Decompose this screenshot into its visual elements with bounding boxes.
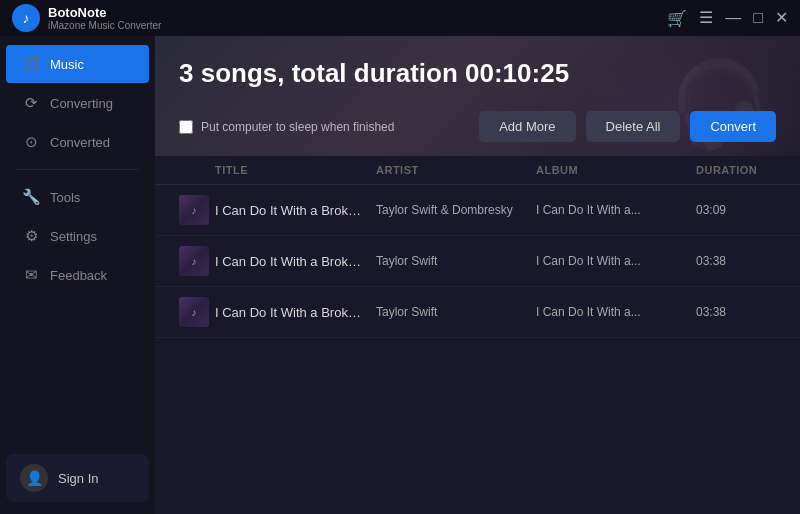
app-branding: ♪ BotoNote iMazone Music Converter (12, 4, 161, 32)
col-duration: DURATION (696, 164, 776, 176)
converted-icon: ⊙ (22, 133, 40, 151)
track-thumbnail: ♪ (179, 246, 209, 276)
col-thumb (179, 164, 215, 176)
controls-bar: Put computer to sleep when finished Add … (155, 101, 800, 156)
feedback-icon: ✉ (22, 266, 40, 284)
songs-summary: 3 songs, total duration 00:10:25 (179, 58, 776, 89)
track-duration: 03:09 (696, 203, 776, 217)
col-title: TITLE (215, 164, 376, 176)
sidebar-footer: 👤 Sign In (0, 442, 155, 514)
maximize-button[interactable]: □ (753, 10, 763, 26)
content-header: 3 songs, total duration 00:10:25 (155, 36, 800, 101)
sidebar-item-feedback-label: Feedback (50, 268, 107, 283)
track-album: I Can Do It With a... (536, 203, 696, 217)
menu-icon[interactable]: ☰ (699, 10, 713, 26)
track-thumb-inner: ♪ (179, 297, 209, 327)
table-row[interactable]: ♪ I Can Do It With a Broken Heart [Expli… (155, 236, 800, 287)
table-header: TITLE ARTIST ALBUM DURATION (155, 156, 800, 185)
app-body: 🎵 Music ⟳ Converting ⊙ Converted 🔧 Tools… (0, 36, 800, 514)
track-artist: Taylor Swift (376, 305, 536, 319)
track-thumb-inner: ♪ (179, 195, 209, 225)
track-title: I Can Do It With a Broken Heart (Dombres… (215, 203, 376, 218)
col-artist: ARTIST (376, 164, 536, 176)
add-more-button[interactable]: Add More (479, 111, 575, 142)
title-bar: ♪ BotoNote iMazone Music Converter 🛒 ☰ —… (0, 0, 800, 36)
sidebar: 🎵 Music ⟳ Converting ⊙ Converted 🔧 Tools… (0, 36, 155, 514)
track-album: I Can Do It With a... (536, 305, 696, 319)
track-thumbnail: ♪ (179, 297, 209, 327)
sidebar-item-tools-label: Tools (50, 190, 80, 205)
track-table: TITLE ARTIST ALBUM DURATION ♪ I Can Do I… (155, 156, 800, 514)
action-buttons: Add More Delete All Convert (479, 111, 776, 142)
close-button[interactable]: ✕ (775, 10, 788, 26)
sidebar-item-settings[interactable]: ⚙ Settings (6, 217, 149, 255)
table-row[interactable]: ♪ I Can Do It With a Broken Heart (Dombr… (155, 185, 800, 236)
sign-in-label: Sign In (58, 471, 98, 486)
track-title: I Can Do It With a Broken Heart [Explici… (215, 254, 376, 269)
track-title: I Can Do It With a Broken Heart (Instrum… (215, 305, 376, 320)
app-logo: ♪ (12, 4, 40, 32)
delete-all-button[interactable]: Delete All (586, 111, 681, 142)
sidebar-item-tools[interactable]: 🔧 Tools (6, 178, 149, 216)
track-album: I Can Do It With a... (536, 254, 696, 268)
table-row[interactable]: ♪ I Can Do It With a Broken Heart (Instr… (155, 287, 800, 338)
sign-in-button[interactable]: 👤 Sign In (6, 454, 149, 502)
track-thumbnail: ♪ (179, 195, 209, 225)
track-artist: Taylor Swift & Dombresky (376, 203, 536, 217)
window-controls: 🛒 ☰ — □ ✕ (667, 9, 788, 28)
sidebar-divider (16, 169, 139, 170)
sleep-label: Put computer to sleep when finished (201, 120, 394, 134)
sidebar-nav: 🎵 Music ⟳ Converting ⊙ Converted 🔧 Tools… (0, 36, 155, 442)
convert-button[interactable]: Convert (690, 111, 776, 142)
cart-icon[interactable]: 🛒 (667, 9, 687, 28)
avatar: 👤 (20, 464, 48, 492)
converting-icon: ⟳ (22, 94, 40, 112)
sidebar-item-converting[interactable]: ⟳ Converting (6, 84, 149, 122)
music-icon: 🎵 (22, 55, 40, 73)
app-title: BotoNote (48, 5, 161, 20)
sidebar-item-feedback[interactable]: ✉ Feedback (6, 256, 149, 294)
sidebar-item-music[interactable]: 🎵 Music (6, 45, 149, 83)
track-duration: 03:38 (696, 305, 776, 319)
sidebar-item-converting-label: Converting (50, 96, 113, 111)
minimize-button[interactable]: — (725, 10, 741, 26)
track-duration: 03:38 (696, 254, 776, 268)
main-inner: 3 songs, total duration 00:10:25 Put com… (155, 36, 800, 514)
track-artist: Taylor Swift (376, 254, 536, 268)
main-content: 3 songs, total duration 00:10:25 Put com… (155, 36, 800, 514)
app-subtitle: iMazone Music Converter (48, 20, 161, 31)
settings-icon: ⚙ (22, 227, 40, 245)
sleep-option[interactable]: Put computer to sleep when finished (179, 120, 394, 134)
sidebar-item-converted[interactable]: ⊙ Converted (6, 123, 149, 161)
sidebar-item-settings-label: Settings (50, 229, 97, 244)
tools-icon: 🔧 (22, 188, 40, 206)
track-thumb-inner: ♪ (179, 246, 209, 276)
sleep-checkbox[interactable] (179, 120, 193, 134)
app-name-block: BotoNote iMazone Music Converter (48, 5, 161, 31)
sidebar-item-converted-label: Converted (50, 135, 110, 150)
sidebar-item-music-label: Music (50, 57, 84, 72)
col-album: ALBUM (536, 164, 696, 176)
